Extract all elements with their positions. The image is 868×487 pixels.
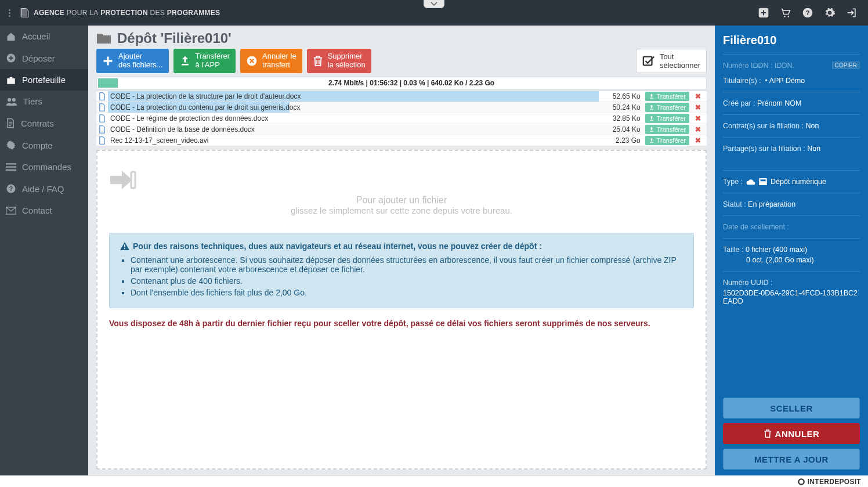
file-transfer-button[interactable]: Transférer [645,114,689,123]
plus-icon [102,55,114,67]
checkbox-icon [642,55,655,67]
file-name: Rec 12-13-17_screen_video.avi [110,136,208,145]
sidebar-item-deposer[interactable]: Déposer [0,47,88,69]
file-transfer-button[interactable]: Transférer [645,92,689,101]
file-delete-button[interactable]: ✖ [689,136,707,145]
chevron-down-icon [431,2,437,6]
collapse-toggle[interactable] [424,0,444,8]
share-label: Partage(s) sur la filiation : [723,145,805,153]
cloud-icon [746,178,755,185]
menu-dots-icon[interactable] [3,9,15,17]
sidebar-item-label: Portefeuille [22,75,66,85]
cart-icon[interactable] [780,8,791,18]
file-size: 52.65 Ko [599,92,645,100]
dropzone-hint-sub: glissez le simplement sur cette zone dep… [109,205,694,215]
page-title: Dépôt 'Filière010' [96,30,707,46]
svg-point-2 [788,16,790,17]
sidebar-item-label: Contact [22,205,52,215]
svg-rect-20 [759,178,767,185]
document-icon [6,118,15,128]
sidebar-item-accueil[interactable]: Accueil [0,26,88,47]
save-button[interactable]: METTRE A JOUR [723,449,860,470]
uuid-label: Numéro UUID : [723,279,860,287]
dropzone[interactable]: Pour ajouter un fichier glissez le simpl… [96,150,707,470]
size-bytes: 0 oct. (2,00 Go maxi) [723,256,860,264]
retention-warning: Vous disposez de 48h à partir du dernier… [109,319,694,328]
svg-point-22 [798,479,804,484]
copy-iddn-button[interactable]: COPIER [832,62,860,69]
sidebar-item-aide[interactable]: ?Aide / FAQ [0,178,88,200]
sidebar-item-compte[interactable]: Compte [0,134,88,156]
file-icon [96,136,108,145]
svg-rect-18 [124,244,125,247]
status-label: Statut : [723,200,746,208]
gear-icon [6,140,16,150]
file-row[interactable]: CODE - La protection du contenu par le d… [96,102,707,113]
progress-fill [98,78,118,88]
delete-selection-button[interactable]: Supprimerla sélection [307,49,371,73]
upload-icon [179,55,191,67]
gear-icon[interactable] [824,7,836,19]
trash-icon [764,429,772,438]
svg-rect-17 [131,172,135,188]
file-transfer-button[interactable]: Transférer [645,136,689,145]
file-delete-button[interactable]: ✖ [689,114,707,122]
svg-text:?: ? [805,9,809,16]
file-delete-button[interactable]: ✖ [689,103,707,111]
file-transfer-button[interactable]: Transférer [645,103,689,112]
file-transfer-button[interactable]: Transférer [645,125,689,134]
svg-rect-10 [6,166,16,167]
sidebar-item-label: Déposer [22,53,55,63]
sidebar-item-contact[interactable]: Contact [0,200,88,221]
logo-icon [19,7,30,19]
alert-item: Contenant plus de 400 fichiers. [131,276,683,286]
folder-icon [96,32,111,45]
progress-text: 2.74 Mbit/s | 01:56:32 | 0.03 % | 640.02… [118,79,705,87]
dropzone-hint: Pour ajouter un fichier [109,195,694,205]
select-all-button[interactable]: Toutsélectionner [636,49,707,73]
owner-label: Titulaire(s) : [723,77,761,85]
type-label: Type : [723,178,743,186]
sidebar-item-label: Compte [22,140,53,150]
cancel-button[interactable]: ANNULER [723,423,860,444]
upload-icon [649,116,654,121]
arrow-right-icon [109,168,138,192]
logout-icon[interactable] [846,7,858,19]
sidebar-item-label: Accueil [22,31,50,41]
cancel-transfer-button[interactable]: Annuler letransfert [240,49,302,73]
sidebar-item-tiers[interactable]: Tiers [0,91,88,112]
created-value: Prénom NOM [757,99,801,107]
sidebar-item-contrats[interactable]: Contrats [0,112,88,134]
sidebar-item-commandes[interactable]: Commandes [0,156,88,178]
add-files-button[interactable]: Ajouterdes fichiers... [96,49,169,73]
type-value: Dépôt numérique [771,178,826,186]
file-delete-button[interactable]: ✖ [689,92,707,100]
file-size: 50.24 Ko [599,103,645,111]
home-icon [6,32,16,41]
cancel-icon [246,55,258,67]
file-row[interactable]: Rec 12-13-17_screen_video.avi 2.23 Go Tr… [96,135,707,146]
seal-button[interactable]: SCELLER [723,398,860,419]
help-icon[interactable]: ? [802,7,813,19]
panel-title: Filière010 [723,34,860,47]
users-icon [6,97,17,106]
sidebar-item-portefeuille[interactable]: Portefeuille [0,69,88,91]
svg-rect-19 [124,248,125,249]
status-value: En préparation [748,200,795,208]
created-label: Créé par : [723,99,755,107]
ring-icon [797,478,805,486]
upload-icon [649,93,654,99]
sidebar-item-label: Aide / FAQ [22,184,64,194]
add-icon[interactable] [758,7,769,19]
file-delete-button[interactable]: ✖ [689,125,707,134]
file-icon [96,125,108,134]
file-row[interactable]: CODE - La protection de la structure par… [96,91,707,102]
sidebar-item-label: Contrats [21,118,54,128]
sidebar-item-label: Tiers [23,96,42,106]
contract-value: Non [805,122,819,130]
file-row[interactable]: CODE - Le régime de protection des donné… [96,113,707,124]
file-size: 25.04 Ko [599,125,645,134]
transfer-button[interactable]: Transférerà l'APP [173,49,236,73]
file-name: CODE - Le régime de protection des donné… [110,114,268,122]
file-row[interactable]: CODE - Définition de la base de données.… [96,124,707,135]
